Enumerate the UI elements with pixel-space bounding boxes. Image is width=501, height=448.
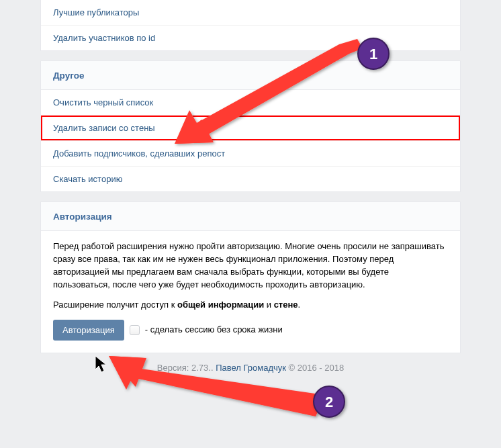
top-actions-panel: Лучшие публикаторыУдалить участников по … bbox=[40, 0, 461, 51]
auth-header: Авторизация bbox=[41, 202, 460, 231]
svg-text:2: 2 bbox=[325, 394, 333, 410]
step-2-badge: 2 bbox=[314, 386, 345, 417]
auth-access-line: Расширение получит доступ к общей информ… bbox=[53, 299, 448, 312]
auth-body: Перед работой расширения нужно пройти ав… bbox=[41, 231, 460, 353]
other-header: Другое bbox=[41, 61, 460, 90]
footer-author-link[interactable]: Павел Громадчук bbox=[216, 363, 286, 373]
auth-button[interactable]: Авторизация bbox=[53, 320, 124, 341]
other-item[interactable]: Скачать историю bbox=[41, 166, 460, 191]
other-item[interactable]: Добавить подписчиков, сделавших репост bbox=[41, 140, 460, 166]
other-item[interactable]: Очистить черный список bbox=[41, 90, 460, 115]
top-action-item[interactable]: Удалить участников по id bbox=[41, 25, 460, 50]
other-item-delete-wall-posts[interactable]: Удалить записи со стены bbox=[41, 115, 460, 140]
footer: Версия: 2.73.. Павел Громадчук © 2016 - … bbox=[0, 363, 501, 373]
session-checkbox-label: - сделать сессию без срока жизни bbox=[145, 324, 283, 337]
top-action-item[interactable]: Лучшие публикаторы bbox=[41, 0, 460, 25]
svg-point-6 bbox=[314, 386, 345, 417]
auth-description: Перед работой расширения нужно пройти ав… bbox=[53, 240, 448, 291]
app-stage: Лучшие публикаторыУдалить участников по … bbox=[0, 0, 501, 448]
auth-panel: Авторизация Перед работой расширения нуж… bbox=[40, 201, 461, 353]
other-panel: Другое Очистить черный списокУдалить зап… bbox=[40, 60, 461, 192]
session-checkbox[interactable] bbox=[130, 325, 140, 335]
